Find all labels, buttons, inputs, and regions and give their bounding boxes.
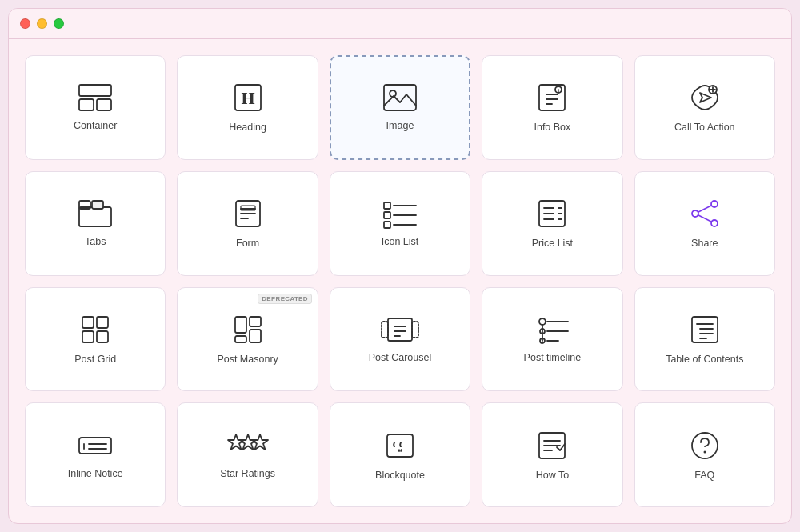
- table-of-contents-label: Table of Contents: [666, 354, 743, 365]
- card-blockquote[interactable]: ❝ Blockquote: [330, 402, 470, 507]
- star-ratings-label: Star Ratings: [220, 468, 275, 479]
- container-icon: [78, 83, 113, 112]
- form-label: Form: [236, 238, 259, 249]
- card-post-grid[interactable]: Post Grid: [25, 287, 166, 392]
- svg-point-38: [711, 220, 718, 226]
- svg-rect-23: [241, 206, 255, 210]
- svg-text:❝: ❝: [398, 447, 402, 457]
- card-tabs[interactable]: Tabs: [25, 171, 166, 276]
- price-list-icon: [536, 198, 568, 230]
- heading-icon: H: [232, 82, 264, 114]
- card-info-box[interactable]: i Info Box: [482, 55, 622, 160]
- faq-label: FAQ: [694, 470, 714, 481]
- post-grid-icon: [79, 314, 111, 346]
- app-window: Container H Heading: [8, 8, 792, 524]
- card-price-list[interactable]: Price List: [482, 171, 622, 276]
- titlebar: [9, 9, 791, 39]
- svg-line-41: [698, 215, 711, 222]
- inline-notice-label: Inline Notice: [68, 468, 123, 479]
- svg-rect-43: [97, 317, 108, 328]
- post-carousel-icon: [380, 315, 420, 344]
- svg-rect-47: [250, 317, 261, 326]
- tabs-icon: [78, 199, 113, 228]
- post-timeline-icon: [534, 315, 570, 344]
- svg-rect-26: [384, 212, 390, 218]
- card-post-timeline[interactable]: Post timeline: [482, 287, 622, 392]
- share-label: Share: [691, 238, 718, 249]
- form-icon: [232, 198, 264, 230]
- how-to-label: How To: [536, 470, 569, 481]
- post-grid-label: Post Grid: [74, 354, 116, 365]
- svg-rect-16: [79, 207, 111, 226]
- svg-rect-1: [79, 99, 94, 110]
- card-post-masonry[interactable]: DEPRECATED Post Masonry: [177, 287, 318, 392]
- call-to-action-label: Call To Action: [674, 122, 735, 133]
- how-to-icon: [536, 430, 568, 462]
- call-to-action-icon: [689, 82, 721, 114]
- card-star-ratings[interactable]: Star Ratings: [177, 402, 318, 507]
- content-area: Container H Heading: [9, 39, 791, 523]
- svg-rect-18: [92, 201, 103, 209]
- card-heading[interactable]: H Heading: [177, 55, 318, 160]
- svg-rect-2: [97, 99, 111, 110]
- svg-rect-24: [384, 202, 390, 209]
- svg-point-56: [539, 318, 546, 325]
- svg-rect-44: [82, 331, 94, 342]
- svg-rect-50: [388, 318, 412, 341]
- svg-rect-0: [79, 85, 111, 96]
- card-share[interactable]: Share: [634, 171, 775, 276]
- info-box-icon: i: [536, 82, 568, 114]
- svg-point-37: [711, 201, 718, 207]
- price-list-label: Price List: [532, 238, 573, 249]
- share-icon: [689, 198, 721, 230]
- svg-point-82: [703, 450, 706, 453]
- post-carousel-label: Post Carousel: [369, 352, 432, 363]
- svg-rect-45: [97, 331, 108, 342]
- icon-list-label: Icon List: [382, 236, 419, 247]
- card-post-carousel[interactable]: Post Carousel: [330, 287, 470, 392]
- svg-rect-48: [235, 336, 246, 342]
- card-table-of-contents[interactable]: Table of Contents: [634, 287, 775, 392]
- inline-notice-icon: [78, 431, 113, 460]
- blockquote-icon: ❝: [384, 430, 416, 462]
- card-form[interactable]: Form: [177, 171, 318, 276]
- card-how-to[interactable]: How To: [482, 402, 622, 507]
- deprecated-badge: DEPRECATED: [258, 294, 312, 304]
- traffic-light-red[interactable]: [20, 18, 30, 29]
- svg-rect-46: [235, 317, 246, 333]
- svg-line-40: [698, 206, 711, 212]
- svg-rect-28: [384, 222, 390, 228]
- card-faq[interactable]: FAQ: [634, 402, 775, 507]
- svg-text:H: H: [241, 88, 254, 108]
- tabs-label: Tabs: [85, 236, 106, 247]
- card-container[interactable]: Container: [25, 55, 166, 160]
- image-label: Image: [386, 120, 414, 131]
- traffic-light-green[interactable]: [54, 18, 64, 29]
- traffic-light-yellow[interactable]: [37, 18, 47, 29]
- svg-text:i: i: [558, 87, 559, 94]
- svg-rect-49: [250, 330, 261, 342]
- heading-label: Heading: [229, 122, 266, 133]
- card-call-to-action[interactable]: Call To Action: [634, 55, 775, 160]
- post-timeline-label: Post timeline: [524, 352, 582, 363]
- container-label: Container: [74, 120, 117, 131]
- svg-point-39: [692, 210, 698, 217]
- post-masonry-icon: [232, 314, 264, 346]
- svg-rect-5: [384, 85, 416, 110]
- svg-rect-42: [82, 317, 94, 328]
- card-inline-notice[interactable]: Inline Notice: [25, 402, 166, 507]
- svg-point-81: [692, 433, 718, 458]
- icon-list-icon: [382, 199, 418, 228]
- star-ratings-icon: [228, 431, 268, 460]
- table-of-contents-icon: [689, 314, 721, 346]
- image-icon: [382, 83, 418, 112]
- info-box-label: Info Box: [534, 122, 570, 133]
- widget-grid: Container H Heading: [25, 55, 775, 507]
- blockquote-label: Blockquote: [375, 470, 425, 481]
- post-masonry-label: Post Masonry: [217, 354, 278, 365]
- svg-rect-51: [382, 322, 388, 338]
- faq-icon: [689, 430, 721, 462]
- card-image[interactable]: Image: [330, 55, 470, 160]
- svg-marker-74: [252, 434, 268, 450]
- card-icon-list[interactable]: Icon List: [330, 171, 470, 276]
